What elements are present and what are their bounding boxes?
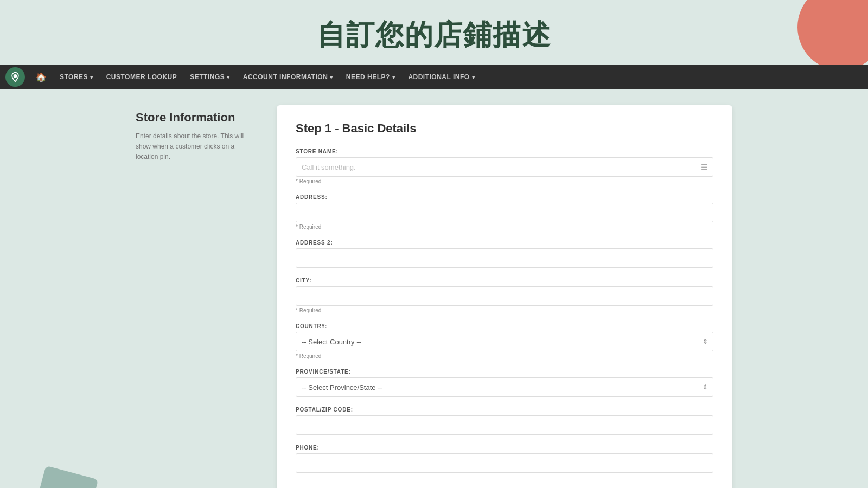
store-name-group: STORE NAME: ☰ * Required <box>296 149 713 184</box>
store-name-icon: ☰ <box>701 163 708 171</box>
address-group: ADDRESS: * Required <box>296 194 713 230</box>
country-select[interactable]: -- Select Country -- United States Canad… <box>296 332 713 351</box>
page-title: 自訂您的店鋪描述 <box>0 16 868 54</box>
address-input[interactable] <box>296 203 713 222</box>
country-select-wrapper: -- Select Country -- United States Canad… <box>296 332 713 351</box>
phone-label: PHONE: <box>296 445 713 451</box>
help-chevron: ▾ <box>392 74 395 80</box>
province-state-select[interactable]: -- Select Province/State -- Ontario Cali… <box>296 377 713 397</box>
sidebar-title: Store Information <box>136 111 255 125</box>
address-required: * Required <box>296 224 713 230</box>
form-card: Step 1 - Basic Details STORE NAME: ☰ * R… <box>277 105 732 488</box>
city-input[interactable] <box>296 286 713 306</box>
province-state-label: PROVINCE/STATE: <box>296 369 713 375</box>
city-required: * Required <box>296 307 713 313</box>
settings-chevron: ▾ <box>227 74 230 80</box>
sidebar-description: Enter details about the store. This will… <box>136 131 255 163</box>
city-label: CITY: <box>296 278 713 284</box>
stores-chevron: ▾ <box>90 74 93 80</box>
page-title-area: 自訂您的店鋪描述 <box>0 0 868 65</box>
sidebar: Store Information Enter details about th… <box>136 105 255 488</box>
nav-home-button[interactable]: 🏠 <box>29 65 53 89</box>
main-content: Store Information Enter details about th… <box>81 89 787 488</box>
svg-point-0 <box>14 74 17 78</box>
city-group: CITY: * Required <box>296 278 713 313</box>
address2-group: ADDRESS 2: <box>296 240 713 268</box>
nav-settings[interactable]: SETTINGS ▾ <box>183 65 237 89</box>
postal-code-group: POSTAL/ZIP CODE: <box>296 407 713 435</box>
country-required: * Required <box>296 353 713 359</box>
step-title: Step 1 - Basic Details <box>296 121 713 136</box>
postal-code-label: POSTAL/ZIP CODE: <box>296 407 713 413</box>
phone-group: PHONE: <box>296 445 713 473</box>
nav-additional-info[interactable]: ADDITIONAL INFO ▾ <box>401 65 481 89</box>
country-group: COUNTRY: -- Select Country -- United Sta… <box>296 323 713 359</box>
postal-code-input[interactable] <box>296 415 713 435</box>
phone-input[interactable] <box>296 453 713 473</box>
address2-input[interactable] <box>296 248 713 268</box>
store-name-input[interactable] <box>296 157 713 177</box>
country-label: COUNTRY: <box>296 323 713 329</box>
nav-customer-lookup[interactable]: CUSTOMER LOOKUP <box>100 65 184 89</box>
province-state-select-wrapper: -- Select Province/State -- Ontario Cali… <box>296 377 713 397</box>
address2-label: ADDRESS 2: <box>296 240 713 246</box>
navbar: 🏠 STORES ▾ CUSTOMER LOOKUP SETTINGS ▾ AC… <box>0 65 868 89</box>
store-name-label: STORE NAME: <box>296 149 713 155</box>
nav-logo[interactable] <box>5 67 25 87</box>
nav-need-help[interactable]: NEED HELP? ▾ <box>340 65 402 89</box>
nav-stores[interactable]: STORES ▾ <box>53 65 100 89</box>
account-chevron: ▾ <box>330 74 333 80</box>
address-label: ADDRESS: <box>296 194 713 200</box>
province-state-group: PROVINCE/STATE: -- Select Province/State… <box>296 369 713 397</box>
additional-chevron: ▾ <box>472 74 475 80</box>
store-name-wrapper: ☰ <box>296 157 713 177</box>
store-name-required: * Required <box>296 178 713 184</box>
nav-account-information[interactable]: ACCOUNT INFORMATION ▾ <box>237 65 340 89</box>
